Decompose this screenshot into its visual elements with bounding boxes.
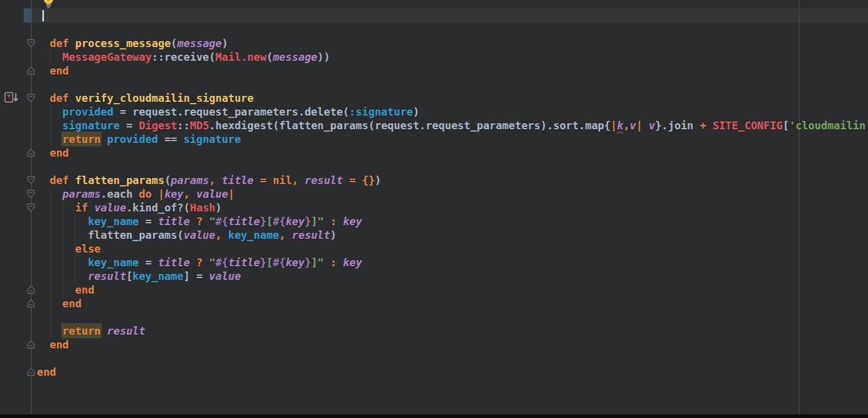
code-token[interactable] xyxy=(190,215,196,227)
code-token[interactable]: key_name xyxy=(228,229,279,241)
code-token[interactable]: value xyxy=(196,188,229,200)
code-token[interactable] xyxy=(88,201,95,214)
code-token[interactable] xyxy=(69,92,76,104)
code-token[interactable]: title xyxy=(228,256,260,269)
fold-marker-start[interactable] xyxy=(27,176,35,185)
code-token[interactable]: .each xyxy=(101,188,139,200)
code-token[interactable]: key xyxy=(164,188,183,200)
code-token[interactable]: def xyxy=(49,92,68,104)
code-token[interactable]: title xyxy=(222,174,254,186)
code-token[interactable]: ] = xyxy=(183,270,209,282)
code-token[interactable]: v xyxy=(649,119,655,132)
code-token[interactable]: .kind_of?( xyxy=(126,201,190,214)
code-token[interactable]: key xyxy=(343,215,362,227)
code-token[interactable]: value xyxy=(94,201,126,214)
code-token[interactable]: do xyxy=(139,188,151,200)
code-token[interactable]: #{ xyxy=(273,256,285,269)
code-token[interactable]: Mail.new xyxy=(216,51,267,63)
code-line[interactable]: result[key_name] = value xyxy=(37,269,868,283)
code-token[interactable]: result xyxy=(107,325,145,337)
code-token[interactable] xyxy=(254,174,260,186)
code-line[interactable] xyxy=(37,77,868,91)
code-token[interactable]: : xyxy=(330,256,337,269)
code-token[interactable]: value xyxy=(183,229,216,241)
fold-marker-end[interactable] xyxy=(27,367,35,376)
code-line[interactable]: return provided == signature xyxy=(37,132,868,146)
code-token[interactable] xyxy=(298,174,305,186)
code-token[interactable] xyxy=(37,64,49,77)
code-token[interactable]: Hash xyxy=(190,201,216,214)
code-token[interactable] xyxy=(336,215,343,227)
code-token[interactable]: return xyxy=(63,133,101,145)
code-token[interactable]: #{ xyxy=(216,256,228,269)
code-token[interactable] xyxy=(190,188,196,200)
fold-marker-end[interactable] xyxy=(27,66,35,75)
code-token[interactable]: end xyxy=(49,64,68,77)
fold-marker-start[interactable] xyxy=(27,93,35,102)
code-line[interactable]: end xyxy=(37,338,868,351)
code-token[interactable]: == xyxy=(158,133,183,145)
code-line[interactable]: key_name = title ? "#{title}[#{key}]" : … xyxy=(37,255,868,269)
code-token[interactable]: ]" xyxy=(311,256,324,269)
code-token[interactable] xyxy=(37,133,63,145)
code-token[interactable]: signature xyxy=(63,119,120,132)
code-token[interactable]: } xyxy=(305,215,311,227)
fold-marker-end[interactable] xyxy=(27,148,35,157)
code-token[interactable]: else xyxy=(75,242,101,255)
code-token[interactable]: [ xyxy=(783,119,789,132)
fold-marker-start[interactable] xyxy=(27,203,35,212)
code-token[interactable]: params xyxy=(171,174,209,186)
code-token[interactable]: ( xyxy=(266,51,273,63)
code-token[interactable]: end xyxy=(75,283,94,296)
code-token[interactable] xyxy=(37,92,49,104)
code-token[interactable] xyxy=(37,270,88,282)
code-token[interactable]: result xyxy=(292,229,330,241)
code-token[interactable] xyxy=(37,37,49,49)
code-token[interactable]: end xyxy=(37,366,56,378)
code-token[interactable]: ) xyxy=(413,105,420,118)
code-token[interactable] xyxy=(355,174,362,186)
code-line[interactable]: def process_message(message) xyxy=(37,36,868,50)
code-line[interactable]: params.each do |key, value| xyxy=(37,187,868,201)
code-token[interactable]: provided xyxy=(63,105,114,118)
code-token[interactable]: :signature xyxy=(349,105,413,118)
code-line[interactable] xyxy=(37,310,868,324)
code-token[interactable]: if xyxy=(75,201,88,214)
code-token[interactable]: )) xyxy=(317,51,330,63)
code-token[interactable]: signature xyxy=(183,133,241,145)
code-token[interactable] xyxy=(152,188,158,200)
code-token[interactable]: def xyxy=(49,37,68,49)
code-token[interactable]: k xyxy=(617,119,623,132)
code-token[interactable]: " xyxy=(209,215,216,227)
code-token[interactable]: provided xyxy=(107,133,158,145)
code-token[interactable] xyxy=(101,133,107,145)
code-token[interactable]: .hexdigest(flatten_params(request.reques… xyxy=(209,119,610,132)
intention-bulb-icon[interactable] xyxy=(42,0,55,11)
code-token[interactable] xyxy=(221,229,228,241)
code-line[interactable] xyxy=(37,9,868,23)
code-token[interactable]: result xyxy=(305,174,343,186)
code-line[interactable]: end xyxy=(37,365,868,379)
code-token[interactable]: value xyxy=(209,270,241,282)
code-token[interactable]: v xyxy=(630,119,636,132)
code-token[interactable]: Digest xyxy=(139,119,177,132)
code-token[interactable]: } xyxy=(260,256,267,269)
code-token[interactable]: process_message xyxy=(75,37,171,49)
code-line[interactable]: provided = request.request_parameters.de… xyxy=(37,105,868,118)
code-token[interactable] xyxy=(37,242,75,255)
code-token[interactable] xyxy=(286,229,292,241)
code-token[interactable]: ]" xyxy=(311,215,324,227)
code-line[interactable]: end xyxy=(37,146,868,160)
code-token[interactable]: ? xyxy=(196,256,203,269)
code-token[interactable]: title xyxy=(158,215,190,227)
code-token[interactable]: return xyxy=(63,325,101,337)
code-token[interactable] xyxy=(37,256,88,269)
code-token[interactable]: end xyxy=(63,297,82,310)
code-token[interactable]: def xyxy=(49,174,68,186)
code-token[interactable]: , xyxy=(183,188,190,200)
code-line[interactable]: signature = Digest::MD5.hexdigest(flatte… xyxy=(37,118,868,132)
code-token[interactable] xyxy=(37,105,63,118)
code-token[interactable]: = xyxy=(349,174,356,186)
code-token[interactable] xyxy=(706,119,713,132)
code-token[interactable] xyxy=(37,283,75,296)
